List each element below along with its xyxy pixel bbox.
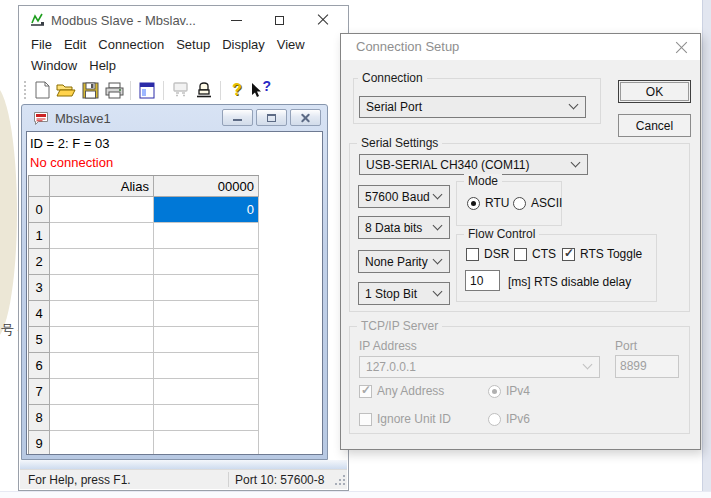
menu-row-2: WindowHelp xyxy=(19,55,348,76)
menu-item-view[interactable]: View xyxy=(271,34,311,55)
parity-combo[interactable]: None Parity xyxy=(358,250,450,273)
stop-bits-combo[interactable]: 1 Stop Bit xyxy=(358,282,450,305)
selected-register-cell[interactable]: 0 xyxy=(154,197,259,223)
register-cell[interactable] xyxy=(154,249,259,275)
ignore-unit-id-checkbox: Ignore Unit ID xyxy=(359,412,451,426)
cts-checkbox[interactable]: CTS xyxy=(514,247,556,261)
context-help-icon[interactable] xyxy=(251,80,271,100)
print-icon[interactable] xyxy=(104,80,124,100)
dialog-title-bar[interactable]: Connection Setup xyxy=(341,34,700,60)
restore-icon xyxy=(267,114,276,122)
register-cell[interactable] xyxy=(154,353,259,379)
alias-cell[interactable] xyxy=(50,197,154,223)
chevron-down-icon xyxy=(433,286,443,296)
register-cell[interactable] xyxy=(154,327,259,353)
row-header-cell[interactable]: 5 xyxy=(29,327,50,353)
child-close-button[interactable] xyxy=(290,109,321,126)
register-cell[interactable] xyxy=(154,379,259,405)
alias-column-header[interactable]: Alias xyxy=(50,176,154,197)
register-column-header[interactable]: 00000 xyxy=(154,176,259,197)
status-help-text: For Help, press F1. xyxy=(28,473,131,487)
table-row: 6 xyxy=(29,353,259,379)
rts-delay-input[interactable] xyxy=(465,270,500,291)
register-cell[interactable] xyxy=(154,431,259,455)
minimize-icon xyxy=(231,20,242,21)
radio-icon xyxy=(488,385,501,398)
row-header-cell[interactable]: 7 xyxy=(29,379,50,405)
child-restore-button[interactable] xyxy=(256,109,287,126)
ascii-radio[interactable]: ASCII xyxy=(513,196,562,210)
resize-grip[interactable] xyxy=(335,477,345,487)
maximize-icon xyxy=(275,16,284,25)
alias-cell[interactable] xyxy=(50,223,154,249)
chevron-down-icon xyxy=(433,189,443,199)
close-button[interactable] xyxy=(301,6,344,34)
toolbar xyxy=(19,76,348,104)
row-header-cell[interactable]: 8 xyxy=(29,405,50,431)
table-row: 8 xyxy=(29,405,259,431)
minimize-button[interactable] xyxy=(215,6,258,34)
dsr-checkbox[interactable]: DSR xyxy=(466,247,509,261)
title-bar[interactable]: Modbus Slave - Mbslav... xyxy=(19,6,348,34)
save-icon[interactable] xyxy=(80,80,100,100)
row-header-cell[interactable]: 9 xyxy=(29,431,50,455)
background-bottom-edge xyxy=(0,491,711,498)
cancel-button[interactable]: Cancel xyxy=(618,114,691,137)
register-cell[interactable] xyxy=(154,301,259,327)
alias-cell[interactable] xyxy=(50,249,154,275)
flow-control-group-label: Flow Control xyxy=(464,227,539,241)
help-icon[interactable] xyxy=(227,80,247,100)
register-cell[interactable] xyxy=(154,275,259,301)
poll-definition-icon[interactable] xyxy=(170,80,190,100)
rtu-radio[interactable]: RTU xyxy=(467,196,509,210)
toolbar-grip[interactable] xyxy=(24,81,26,99)
connection-setup-icon[interactable] xyxy=(194,80,214,100)
rts-toggle-checkbox[interactable]: RTS Toggle xyxy=(562,247,642,261)
row-header-cell[interactable]: 4 xyxy=(29,301,50,327)
new-document-icon[interactable] xyxy=(32,80,52,100)
data-bits-combo[interactable]: 8 Data bits xyxy=(358,216,450,239)
connection-type-combo[interactable]: Serial Port xyxy=(359,96,586,118)
maximize-button[interactable] xyxy=(258,6,301,34)
menu-item-file[interactable]: File xyxy=(25,34,58,55)
child-title-bar[interactable]: Mbslave1 xyxy=(22,105,327,131)
alias-cell[interactable] xyxy=(50,353,154,379)
ok-button[interactable]: OK xyxy=(618,80,691,103)
menu-item-setup[interactable]: Setup xyxy=(170,34,216,55)
row-header-cell[interactable]: 6 xyxy=(29,353,50,379)
connection-type-value: Serial Port xyxy=(366,100,422,114)
dialog-close-button[interactable] xyxy=(675,41,688,54)
display-settings-icon[interactable] xyxy=(137,80,157,100)
alias-cell[interactable] xyxy=(50,405,154,431)
rts-delay-label: [ms] RTS disable delay xyxy=(508,275,631,289)
menu-item-connection[interactable]: Connection xyxy=(92,34,170,55)
register-cell[interactable] xyxy=(154,405,259,431)
alias-cell[interactable] xyxy=(50,379,154,405)
serial-port-combo[interactable]: USB-SERIAL CH340 (COM11) xyxy=(359,154,588,175)
row-header-cell[interactable]: 0 xyxy=(29,197,50,223)
alias-cell[interactable] xyxy=(50,431,154,455)
menu-item-help[interactable]: Help xyxy=(83,55,122,76)
row-header-cell[interactable]: 2 xyxy=(29,249,50,275)
row-header-cell[interactable]: 1 xyxy=(29,223,50,249)
alias-cell[interactable] xyxy=(50,275,154,301)
data-bits-value: 8 Data bits xyxy=(365,221,422,235)
row-header-cell[interactable]: 3 xyxy=(29,275,50,301)
menu-item-display[interactable]: Display xyxy=(216,34,271,55)
menu-row-1: FileEditConnectionSetupDisplayView xyxy=(19,34,348,55)
chevron-down-icon xyxy=(583,360,593,370)
baud-rate-combo[interactable]: 57600 Baud xyxy=(358,185,450,208)
table-row: 5 xyxy=(29,327,259,353)
radio-icon xyxy=(513,197,526,210)
rts-toggle-checkbox-label: RTS Toggle xyxy=(580,247,642,261)
desktop-background-shape xyxy=(0,85,17,340)
register-cell[interactable] xyxy=(154,223,259,249)
open-folder-icon[interactable] xyxy=(56,80,76,100)
child-minimize-button[interactable] xyxy=(222,109,253,126)
corner-header-cell[interactable] xyxy=(29,176,50,197)
chevron-down-icon xyxy=(433,254,443,264)
menu-item-edit[interactable]: Edit xyxy=(58,34,92,55)
menu-item-window[interactable]: Window xyxy=(25,55,83,76)
alias-cell[interactable] xyxy=(50,301,154,327)
alias-cell[interactable] xyxy=(50,327,154,353)
